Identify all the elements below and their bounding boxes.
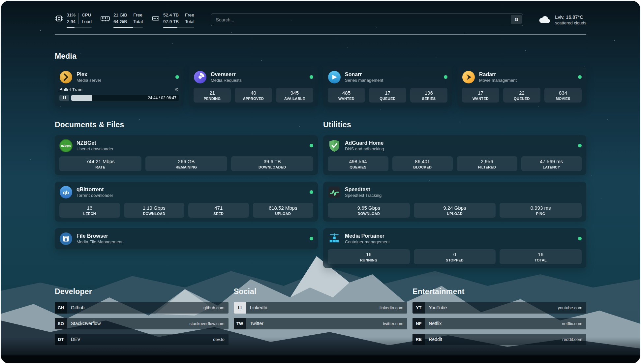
app-card-sonarr[interactable]: Sonarr Series management 485 WANTED 17 Q… [323, 67, 452, 106]
playback-progress-bar[interactable]: 24:44 / 02:06:47 [71, 95, 179, 101]
cpu-label: CPU [82, 12, 92, 18]
weather-widget: Lviv, 16.87°C scattered clouds [538, 14, 586, 25]
stat-series: 196 SERIES [410, 88, 447, 103]
stat-remaining: 266 GB REMAINING [145, 156, 228, 171]
app-card-portainer[interactable]: Media Portainer Container management 16 … [323, 228, 586, 268]
section-documents-files: Documents & Files nzbget NZBGet [55, 120, 318, 249]
bookmark-dev[interactable]: DT DEV dev.to [55, 334, 229, 345]
app-subtitle: Usenet downloader [76, 146, 113, 151]
cpu-stat-widget: 31% 2.94 CPU Load [55, 12, 92, 28]
section-developer: Developer GH Github github.com SO StackO… [55, 287, 229, 345]
ram-total-label: Total [133, 18, 143, 25]
app-card-nzbget[interactable]: nzbget NZBGet Usenet downloader 744.21 M… [55, 135, 318, 175]
section-title-social: Social [234, 287, 408, 296]
youtube-abbr-icon: YT [412, 302, 425, 314]
divider [182, 13, 182, 24]
section-media: Media Plex [55, 52, 586, 106]
app-card-overseerr[interactable]: Overseerr Media Requests 21 PENDING 40 A… [189, 67, 318, 106]
ram-free-label: Free [133, 12, 143, 18]
section-entertainment: Entertainment YT YouTube youtube.com NF … [412, 287, 586, 345]
stat-queued: 17 QUEUED [369, 88, 406, 103]
stat-queries: 498,564 QUERIES [328, 156, 388, 171]
status-dot [444, 75, 447, 79]
section-title-documents: Documents & Files [55, 120, 318, 129]
status-dot [578, 75, 582, 79]
stat-available: 945 AVAILABLE [276, 88, 313, 103]
app-name: Sonarr [345, 72, 383, 77]
radarr-icon [462, 71, 475, 84]
dashboard-frame: 31% 2.94 CPU Load [1, 1, 640, 363]
app-name: Plex [76, 72, 101, 77]
cpu-usage-bar [67, 27, 92, 28]
app-card-adguard[interactable]: AdGuard Home DNS and adblocking 498,564 … [323, 135, 586, 175]
plex-icon [59, 71, 73, 84]
stat-running: 16 RUNNING [328, 249, 410, 264]
status-dot [578, 237, 582, 240]
status-dot [578, 144, 582, 147]
app-subtitle: Speedtest Tracking [345, 193, 382, 198]
adguard-shield-icon [328, 139, 341, 152]
stat-leech: 16 LEECH [59, 203, 120, 218]
bookmark-stackoverflow[interactable]: SO StackOverflow stackoverflow.com [55, 318, 229, 329]
app-card-filebrowser[interactable]: File Browser Media File Management [55, 228, 318, 249]
bookmark-youtube[interactable]: YT YouTube youtube.com [412, 302, 586, 314]
bookmark-github[interactable]: GH Github github.com [55, 302, 229, 314]
disk-free-label: Free [185, 12, 195, 18]
stat-ping: 0.993 ms PING [500, 203, 582, 218]
dev-abbr-icon: DT [55, 334, 67, 345]
app-card-qbittorrent[interactable]: qb qBittorrent Torrent downloader 16 LEE… [55, 182, 318, 222]
portainer-icon [328, 232, 341, 245]
stat-upload: 618.52 Mbps UPLOAD [253, 203, 314, 218]
topbar-divider [55, 34, 586, 35]
app-name: Overseerr [211, 72, 242, 77]
twitter-abbr-icon: TW [234, 318, 246, 329]
stat-download: 9.65 Gbps DOWNLOAD [328, 203, 410, 218]
background-stars [1, 1, 1, 1]
status-dot [310, 190, 313, 194]
ram-total-value: 64 GiB [113, 18, 127, 25]
pause-button[interactable] [59, 95, 69, 101]
linkedin-abbr-icon: LI [234, 302, 246, 314]
app-subtitle: Movie management [479, 78, 517, 83]
bookmark-reddit[interactable]: RE Reddit reddit.com [412, 334, 586, 345]
stat-latency: 47.569 ms LATENCY [521, 156, 582, 171]
bookmark-twitter[interactable]: TW Twitter twitter.com [234, 318, 408, 329]
stat-downloaded: 39.6 TB DOWNLOADED [231, 156, 313, 171]
weather-location: Lviv, 16.87°C [555, 15, 586, 20]
gear-icon[interactable]: ⚙ [175, 87, 179, 92]
search-engine-button[interactable]: G [511, 15, 522, 24]
cpu-load-label: Load [82, 18, 92, 25]
qbittorrent-icon: qb [59, 186, 73, 199]
bookmark-netflix[interactable]: NF Netflix netflix.com [412, 318, 586, 329]
stat-queued: 22 QUEUED [503, 88, 540, 103]
stackoverflow-abbr-icon: SO [55, 318, 67, 329]
status-dot [310, 144, 313, 147]
app-name: Media Portainer [345, 233, 390, 239]
now-playing-title: Bullet Train [59, 87, 82, 92]
app-subtitle: DNS and adblocking [345, 146, 384, 151]
section-title-media: Media [55, 52, 586, 61]
bookmark-linkedin[interactable]: LI LinkedIn linkedin.com [234, 302, 408, 314]
disk-free-value: 52.4 TB [163, 12, 179, 18]
ram-free-value: 21 GiB [113, 12, 127, 18]
search-bar[interactable]: G [211, 14, 523, 26]
section-title-utilities: Utilities [323, 120, 586, 129]
app-subtitle: Container management [345, 239, 390, 244]
section-utilities: Utilities AdGuard Home [323, 120, 586, 268]
status-dot [310, 75, 313, 79]
app-card-radarr[interactable]: Radarr Movie management 17 WANTED 22 QUE… [457, 67, 586, 106]
disk-icon [151, 14, 160, 23]
filebrowser-icon [59, 232, 73, 245]
app-name: NZBGet [76, 140, 113, 146]
playback-progress-fill [71, 95, 92, 101]
speedtest-icon [328, 186, 341, 199]
stat-wanted: 17 WANTED [462, 88, 499, 103]
divider [130, 13, 130, 24]
status-dot [310, 237, 313, 240]
search-input[interactable] [211, 14, 523, 26]
stat-blocked: 86,401 BLOCKED [392, 156, 453, 171]
app-card-plex[interactable]: Plex Media server Bullet Train ⚙ 24:4 [55, 67, 184, 106]
app-subtitle: Media File Management [76, 239, 122, 244]
app-card-speedtest[interactable]: Speedtest Speedtest Tracking 9.65 Gbps D… [323, 182, 586, 222]
app-name: Speedtest [345, 187, 382, 193]
